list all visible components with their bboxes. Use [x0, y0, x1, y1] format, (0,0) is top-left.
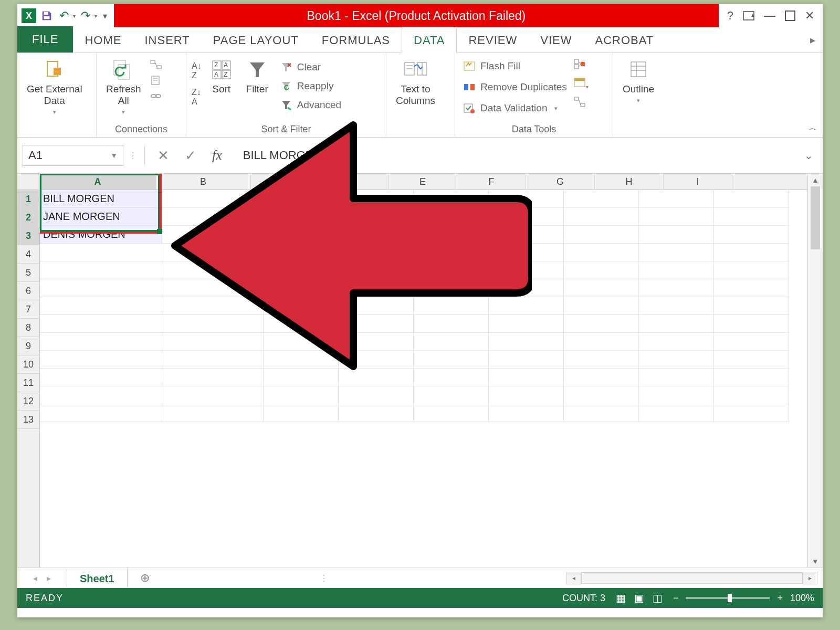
sort-desc-icon[interactable]: Z↓A [192, 88, 202, 107]
column-header-D[interactable]: D [320, 174, 388, 190]
cell-A11[interactable] [40, 369, 162, 386]
cell-H11[interactable] [639, 369, 714, 386]
cell-I9[interactable] [714, 333, 789, 351]
cell-G9[interactable] [564, 333, 639, 351]
tab-page-layout[interactable]: PAGE LAYOUT [202, 27, 310, 52]
select-all-corner[interactable] [17, 174, 40, 190]
row-header-10[interactable]: 10 [17, 355, 39, 374]
cell-G11[interactable] [564, 369, 639, 386]
tab-review[interactable]: REVIEW [457, 27, 529, 52]
cell-I6[interactable] [714, 279, 789, 297]
data-validation-button[interactable]: Data Validation▾ [460, 100, 569, 116]
cell-G10[interactable] [564, 351, 639, 369]
sheet-tab-1[interactable]: Sheet1 [67, 568, 128, 587]
cell-D10[interactable] [339, 351, 414, 369]
cell-H1[interactable] [639, 190, 714, 208]
cell-A3[interactable]: DENIS MORGEN [40, 226, 162, 244]
row-header-2[interactable]: 2 [17, 208, 39, 227]
cell-F11[interactable] [489, 369, 564, 386]
horizontal-scrollbar[interactable]: ◂ ▸ [566, 572, 817, 584]
sort-asc-icon[interactable]: A↓Z [192, 61, 202, 80]
cell-H5[interactable] [639, 261, 714, 279]
cell-I4[interactable] [714, 244, 789, 261]
cell-E10[interactable] [414, 351, 489, 369]
cell-H9[interactable] [639, 333, 714, 351]
reapply-filter-button[interactable]: Reapply [277, 78, 344, 94]
consolidate-icon[interactable] [573, 58, 589, 72]
row-headers[interactable]: 12345678910111213 [17, 190, 40, 568]
relationships-icon[interactable] [573, 96, 589, 110]
zoom-slider[interactable] [686, 597, 770, 599]
cell-C10[interactable] [264, 351, 339, 369]
cell-D6[interactable] [339, 279, 414, 297]
cell-E11[interactable] [414, 369, 489, 386]
cell-G12[interactable] [564, 386, 639, 404]
cell-B10[interactable] [162, 351, 264, 369]
remove-duplicates-button[interactable]: Remove Duplicates [460, 79, 569, 95]
cell-E1[interactable] [414, 190, 489, 208]
cell-E4[interactable] [414, 244, 489, 261]
cell-G13[interactable] [564, 404, 639, 422]
properties-icon[interactable] [150, 75, 162, 88]
vertical-scrollbar[interactable]: ▲ ▼ [807, 174, 823, 568]
row-header-13[interactable]: 13 [17, 411, 39, 429]
cell-E7[interactable] [414, 297, 489, 315]
cell-D4[interactable] [339, 244, 414, 261]
column-header-C[interactable]: C [251, 174, 320, 190]
cell-G7[interactable] [564, 297, 639, 315]
maximize-button[interactable] [785, 10, 795, 21]
cell-D7[interactable] [339, 297, 414, 315]
flash-fill-button[interactable]: Flash Fill [460, 58, 569, 74]
normal-view-button[interactable]: ▦ [616, 592, 626, 604]
redo-dropdown[interactable]: ▾ [94, 13, 97, 19]
cell-C4[interactable] [264, 244, 339, 261]
cell-F3[interactable] [489, 226, 564, 244]
cell-A7[interactable] [40, 297, 162, 315]
undo-dropdown[interactable]: ▾ [73, 13, 76, 19]
cell-I10[interactable] [714, 351, 789, 369]
refresh-all-button[interactable]: Refresh All ▾ [102, 56, 145, 117]
sheet-nav-prev[interactable]: ◂ [33, 573, 37, 583]
name-box[interactable]: A1▼ [23, 145, 123, 166]
zoom-level[interactable]: 100% [790, 593, 814, 604]
what-if-icon[interactable]: ▾ [573, 77, 589, 91]
minimize-button[interactable]: — [764, 9, 775, 23]
cell-B2[interactable] [162, 208, 264, 226]
cell-G3[interactable] [564, 226, 639, 244]
filter-button[interactable]: Filter [242, 56, 273, 97]
enter-formula-button[interactable]: ✓ [180, 148, 202, 164]
cell-D2[interactable] [339, 208, 414, 226]
cell-D12[interactable] [339, 386, 414, 404]
cell-A9[interactable] [40, 333, 162, 351]
cell-B5[interactable] [162, 261, 264, 279]
cell-H13[interactable] [639, 404, 714, 422]
row-header-3[interactable]: 3 [17, 227, 39, 245]
row-header-8[interactable]: 8 [17, 319, 39, 337]
cell-A1[interactable]: BILL MORGEN [40, 190, 162, 208]
add-sheet-button[interactable]: ⊕ [133, 571, 157, 585]
cell-F2[interactable] [489, 208, 564, 226]
cell-A6[interactable] [40, 279, 162, 297]
cell-H6[interactable] [639, 279, 714, 297]
get-external-data-button[interactable]: Get External Data ▾ [23, 56, 87, 117]
cell-A5[interactable] [40, 261, 162, 279]
zoom-in-button[interactable]: + [777, 593, 783, 604]
fx-icon[interactable]: fx [207, 148, 227, 163]
close-button[interactable]: ✕ [805, 9, 814, 23]
cell-G6[interactable] [564, 279, 639, 297]
cell-F6[interactable] [489, 279, 564, 297]
cell-H7[interactable] [639, 297, 714, 315]
cell-C1[interactable] [264, 190, 339, 208]
cell-G5[interactable] [564, 261, 639, 279]
cell-I8[interactable] [714, 315, 789, 333]
cell-H10[interactable] [639, 351, 714, 369]
row-header-9[interactable]: 9 [17, 337, 39, 355]
scroll-right-arrow[interactable]: ▸ [803, 572, 817, 584]
cell-A4[interactable] [40, 244, 162, 261]
cell-F13[interactable] [489, 404, 564, 422]
cell-D1[interactable] [339, 190, 414, 208]
cell-D8[interactable] [339, 315, 414, 333]
cell-B1[interactable] [162, 190, 264, 208]
row-header-7[interactable]: 7 [17, 300, 39, 319]
cell-I12[interactable] [714, 386, 789, 404]
